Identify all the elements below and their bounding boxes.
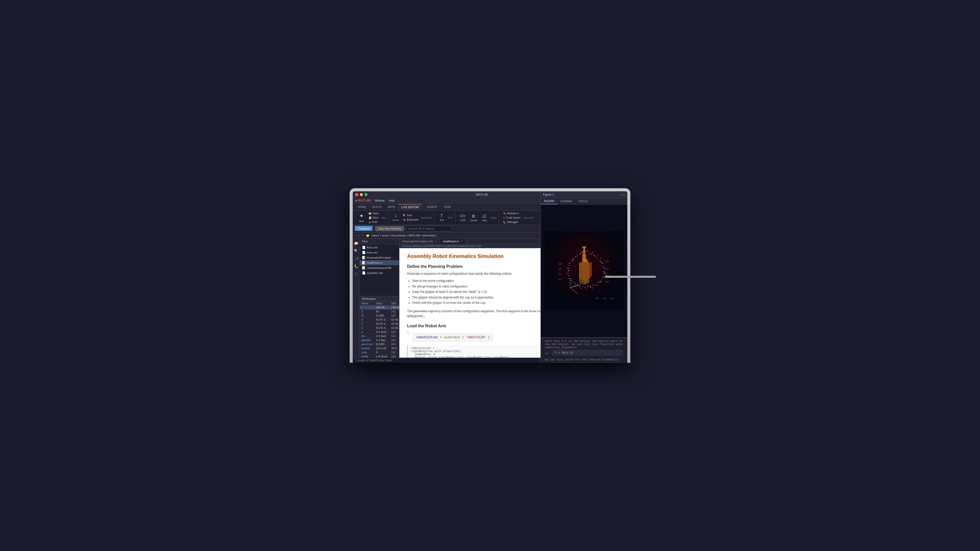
sidebar-extensions-btn[interactable]: ⬡	[353, 271, 359, 276]
breadcrumb: Users > scott > Documents > MATLAB > kin…	[372, 234, 436, 237]
sidebar-files-btn[interactable]: 📁	[353, 240, 359, 246]
code-fk[interactable]: T = fk(1,2)	[552, 350, 623, 356]
file-item-selected[interactable]: 📝 loadRobot.m	[360, 260, 399, 265]
save-button[interactable]: 💾 Save	[367, 216, 380, 220]
code-issues-button[interactable]: ⚠ Code Issues	[501, 216, 522, 220]
workspace-row[interactable]: ans 1×1 Axes 1×1	[360, 334, 399, 338]
ws-size: 1×1	[390, 330, 399, 334]
workspace-row[interactable]: a 1×1 Axes 1×1	[360, 330, 399, 334]
workspace-row[interactable]: config 1×6 struct 1×6	[360, 354, 399, 358]
workspace-row[interactable]: S 50 1×1	[360, 310, 399, 314]
bookmark-button[interactable]: 🔖 Bookmark	[401, 218, 420, 222]
file-item[interactable]: 📄 fkine.mlx	[360, 245, 399, 250]
ws-size: 10×1	[390, 346, 399, 351]
svg-point-57	[590, 286, 591, 288]
workspace-row[interactable]: Y 41×47 double 41×41	[360, 322, 399, 326]
workspace-row[interactable]: X 41×47 double 41×41	[360, 318, 399, 322]
file-item[interactable]: 📄 symbolic.mlx	[360, 270, 399, 275]
svg-text:0.2: 0.2	[596, 297, 599, 300]
file-item[interactable]: 📝 robotworkspaceOM.	[360, 265, 399, 270]
file-icon-m: 📝	[362, 261, 366, 265]
back-nav-button[interactable]: ‹	[355, 233, 357, 237]
close-button[interactable]	[355, 193, 358, 196]
stop-new-desktop-button[interactable]: Stop New Desktop	[375, 226, 404, 231]
print-button[interactable]: 🖨 Print	[367, 220, 380, 224]
search-input[interactable]	[406, 226, 452, 231]
workspace-row[interactable]: color 'k' 1×1	[360, 351, 399, 354]
up-nav-button[interactable]: ↑	[361, 233, 364, 237]
svg-point-69	[593, 252, 593, 253]
minimize-button[interactable]	[360, 193, 363, 196]
svg-point-56	[595, 284, 596, 286]
svg-point-44	[570, 263, 571, 264]
ws-size: 1×3	[390, 342, 399, 346]
file-item[interactable]: 📝 KinematicSimulator	[360, 255, 399, 260]
text-button[interactable]: T Text	[437, 213, 446, 222]
svg-text:0.6: 0.6	[558, 268, 562, 270]
task-button[interactable]: ☑ Task	[480, 213, 489, 223]
svg-point-40	[573, 282, 574, 283]
ws-value: [0.2000 0.2...	[374, 342, 390, 346]
control-button[interactable]: ⚙ Control	[468, 213, 479, 223]
close-tab-icon[interactable]: ✕	[434, 240, 437, 243]
tab-home[interactable]: HOME	[355, 204, 369, 210]
figure-window: Figure 1 — □ FIGURE FORMAT TOOLS	[541, 239, 627, 358]
ws-size: 1×1	[390, 314, 399, 318]
goto-button[interactable]: ⤵ Go To	[391, 213, 400, 222]
address-nav: ‹ › ↑	[355, 233, 364, 237]
paren-open: (	[462, 336, 464, 339]
right-bottom-panel: note that T.T is the actual 4x4 matrix p…	[541, 337, 627, 358]
workspace-row[interactable]: appdata 1×1 AppData... 1×1	[360, 338, 399, 342]
open-icon: 📂	[369, 212, 372, 215]
tab-insert[interactable]: INSERT	[424, 204, 441, 210]
svg-point-107	[599, 265, 600, 266]
tab-view[interactable]: VIEW	[441, 204, 454, 210]
workspace-row[interactable]: I 246×300 u... 246×300	[360, 306, 399, 310]
ws-size: 1×1	[390, 338, 399, 342]
menu-window[interactable]: Window	[372, 199, 387, 202]
svg-point-105	[589, 259, 590, 259]
find-button[interactable]: 🔍 Find	[401, 213, 420, 218]
editor-tab-kinematics[interactable]: KinematicSimulation.mlx ✕	[399, 239, 440, 244]
debugger-button[interactable]: 🐛 Debugger	[501, 220, 522, 224]
editor-tab-loadrobot[interactable]: loadRobot.m ✕	[440, 239, 466, 244]
file-panel: Files ⋯ 📄 fkine.mlx 📄 ikine.mlx	[360, 239, 399, 358]
code-button[interactable]: </> Code	[458, 213, 467, 223]
close-tab-icon[interactable]: ✕	[460, 240, 463, 243]
matlab-logo: ■ MATLAB	[355, 199, 371, 202]
workspace-row[interactable]: Ts 0.0100 1×1	[360, 314, 399, 318]
svg-point-43	[567, 268, 569, 269]
files-more-icon[interactable]: ⋯	[394, 240, 397, 243]
usage-text: 2 usages of 'robotContour' found	[355, 359, 392, 362]
workspace-row[interactable]: Z 41×41 double 41×41	[360, 326, 399, 330]
open-button[interactable]: 📂 Open	[367, 211, 380, 215]
add-tab-button[interactable]: +	[466, 239, 470, 244]
sidebar-search-btn[interactable]: 🔍	[353, 248, 359, 254]
forward-nav-button[interactable]: ›	[358, 233, 360, 237]
svg-text:0.6: 0.6	[606, 268, 609, 270]
sidebar-debug-btn[interactable]: 🐛	[353, 263, 359, 269]
sidebar-git-btn[interactable]: ⎇	[353, 256, 359, 261]
new-button[interactable]: ✦ New	[357, 212, 366, 224]
ws-name: Y	[360, 322, 374, 326]
tab-plots[interactable]: PLOTS	[369, 204, 385, 210]
load-robot-code[interactable]: robotContour = loadrobot ( 'abbIrb120' )	[413, 333, 493, 341]
svg-point-62	[569, 275, 570, 276]
svg-point-73	[605, 267, 605, 268]
workspace-table-container: Name Value Size I 246×300 u... 246×300 S…	[360, 302, 399, 358]
tab-live-editor[interactable]: LIVE EDITOR	[398, 204, 422, 210]
feedback-button[interactable]: Feedback	[355, 226, 373, 231]
tab-apps[interactable]: APPS	[385, 204, 398, 210]
fullscreen-button[interactable]	[364, 193, 368, 196]
svg-point-67	[579, 253, 581, 254]
ws-size: 41×41	[390, 326, 399, 330]
svg-point-42	[568, 273, 569, 274]
status-usage: 2 usages of 'robotContour' found ⋯	[355, 359, 567, 362]
workspace-row[interactable]: axesColor [0.2000 0.2... 1×3	[360, 342, 399, 346]
refactor-button[interactable]: 🔧 Refactor ▾	[501, 211, 522, 215]
menu-help[interactable]: Help	[387, 199, 396, 202]
workspace-row[interactable]: bounds... 10×4 cell 10×1	[360, 346, 399, 351]
svg-point-33	[604, 273, 605, 274]
file-item[interactable]: 📄 ikine.mlx	[360, 250, 399, 255]
ws-value: 0.0100	[374, 314, 390, 318]
